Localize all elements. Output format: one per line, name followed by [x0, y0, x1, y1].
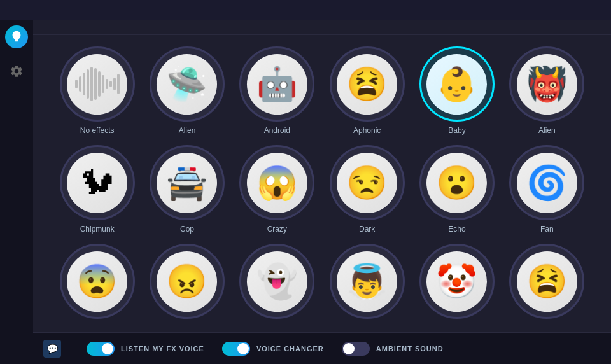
- voice-item-ghost3[interactable]: 👻: [239, 244, 316, 323]
- waveform-icon: [75, 71, 120, 97]
- voice-emoji-crazy: 😱: [256, 166, 298, 199]
- voice-emoji-ghost3: 👻: [256, 265, 298, 298]
- chat-icon[interactable]: 💬: [43, 340, 61, 358]
- toggle-label-voice-changer: VOICE CHANGER: [256, 345, 324, 353]
- voice-emoji-echo: 😮: [436, 166, 477, 199]
- voice-item-aphonic[interactable]: 😫Aphonic: [328, 46, 405, 135]
- toggle-group-listen-fx: LISTEN MY FX VOICE: [87, 342, 204, 356]
- voice-emoji-ghost5: 🤡: [436, 265, 477, 298]
- voice-item-chipmunk[interactable]: 🐿Chipmunk: [59, 145, 136, 234]
- content-area: No effects🛸Alien🤖Android😫Aphonic👶Baby👹Al…: [33, 20, 611, 364]
- voice-label-aphonic: Aphonic: [353, 126, 381, 135]
- voice-label-cop: Cop: [180, 225, 194, 234]
- voice-label-dark: Dark: [359, 225, 375, 234]
- voice-item-ghost1[interactable]: 😨: [59, 244, 136, 323]
- minimize-button[interactable]: [563, 4, 575, 17]
- bottom-bar: 💬 LISTEN MY FX VOICEVOICE CHANGERAMBIENT…: [33, 332, 611, 364]
- toggle-label-ambient-sound: AMBIENT SOUND: [376, 345, 444, 353]
- title-bar: [0, 0, 611, 20]
- toggle-switch-listen-fx[interactable]: [87, 342, 115, 356]
- voice-emoji-ghost1: 😨: [76, 265, 118, 298]
- toggle-knob-voice-changer: [237, 343, 249, 354]
- voice-label-crazy: Crazy: [267, 225, 287, 234]
- voice-emoji-chipmunk: 🐿: [81, 166, 114, 199]
- voice-label-baby: Baby: [448, 126, 465, 135]
- voice-emoji-dark: 😒: [346, 166, 388, 199]
- voice-item-ghost5[interactable]: 🤡: [418, 244, 495, 323]
- voice-item-ghost2[interactable]: 😠: [148, 244, 225, 323]
- voice-item-android[interactable]: 🤖Android: [239, 46, 316, 135]
- voice-label-fan: Fan: [540, 225, 554, 234]
- app-logo: [5, 25, 28, 48]
- toggle-label-listen-fx: LISTEN MY FX VOICE: [121, 345, 204, 353]
- voice-emoji-baby: 👶: [436, 67, 477, 101]
- voice-item-cop[interactable]: 🚔Cop: [148, 145, 225, 234]
- voice-label-alien: Alien: [179, 126, 196, 135]
- voice-item-ghost6[interactable]: 😫: [509, 244, 586, 323]
- voice-label-android: Android: [264, 126, 290, 135]
- voice-item-alien[interactable]: 🛸Alien: [148, 46, 225, 135]
- voice-item-echo[interactable]: 😮Echo: [418, 145, 495, 234]
- voice-emoji-cop: 🚔: [166, 166, 207, 199]
- maximize-button[interactable]: [578, 4, 591, 17]
- toggle-group-voice-changer: VOICE CHANGER: [222, 342, 324, 356]
- voice-item-crazy[interactable]: 😱Crazy: [239, 145, 316, 234]
- close-button[interactable]: [593, 4, 606, 17]
- toggle-knob-listen-fx: [102, 343, 113, 354]
- voices-grid: No effects🛸Alien🤖Android😫Aphonic👶Baby👹Al…: [33, 35, 611, 332]
- toggle-switch-voice-changer[interactable]: [222, 342, 250, 356]
- voice-label-echo: Echo: [448, 225, 465, 234]
- voice-emoji-alien2: 👹: [526, 67, 568, 101]
- voice-label-no-effects: No effects: [80, 126, 115, 135]
- toggle-knob-ambient-sound: [343, 343, 355, 354]
- voice-item-no-effects[interactable]: No effects: [59, 46, 136, 135]
- voice-item-baby[interactable]: 👶Baby: [418, 46, 495, 135]
- voice-emoji-ghost4: 👼: [346, 265, 388, 298]
- voice-emoji-android: 🤖: [256, 67, 298, 101]
- page-title: [33, 20, 611, 35]
- voice-item-dark[interactable]: 😒Dark: [328, 145, 405, 234]
- voice-label-chipmunk: Chipmunk: [80, 225, 115, 234]
- voice-item-fan[interactable]: 🌀Fan: [509, 145, 586, 234]
- voice-emoji-fan: 🌀: [526, 166, 568, 199]
- voice-emoji-aphonic: 😫: [346, 67, 388, 101]
- toggle-group-ambient-sound: AMBIENT SOUND: [342, 342, 444, 356]
- voice-emoji-alien: 🛸: [166, 67, 207, 101]
- sidebar: [0, 20, 33, 364]
- voice-item-ghost4[interactable]: 👼: [328, 244, 405, 323]
- voice-emoji-ghost6: 😫: [526, 265, 568, 298]
- voice-label-alien2: Alien: [538, 126, 556, 135]
- settings-icon[interactable]: [6, 61, 27, 81]
- toggle-switch-ambient-sound[interactable]: [342, 342, 370, 356]
- voice-item-alien2[interactable]: 👹Alien: [509, 46, 586, 135]
- voice-emoji-ghost2: 😠: [166, 265, 207, 298]
